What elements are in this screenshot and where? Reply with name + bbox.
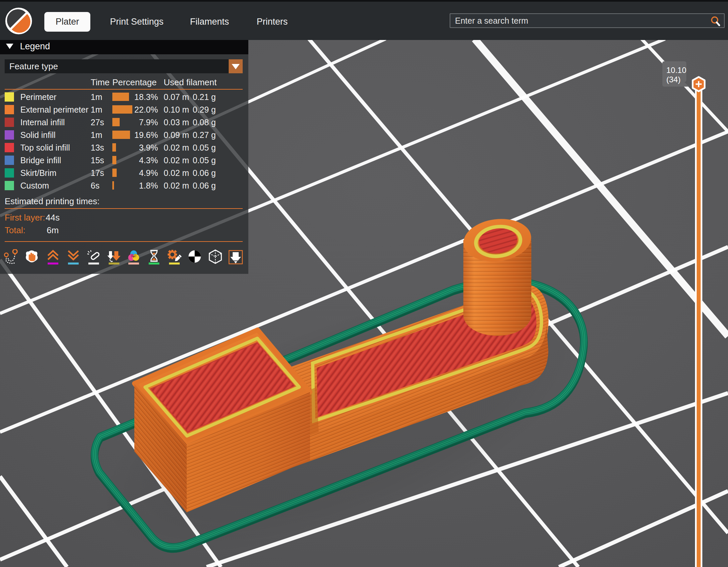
svg-text:(34): (34) (666, 75, 681, 84)
svg-text:10.10: 10.10 (666, 66, 686, 75)
